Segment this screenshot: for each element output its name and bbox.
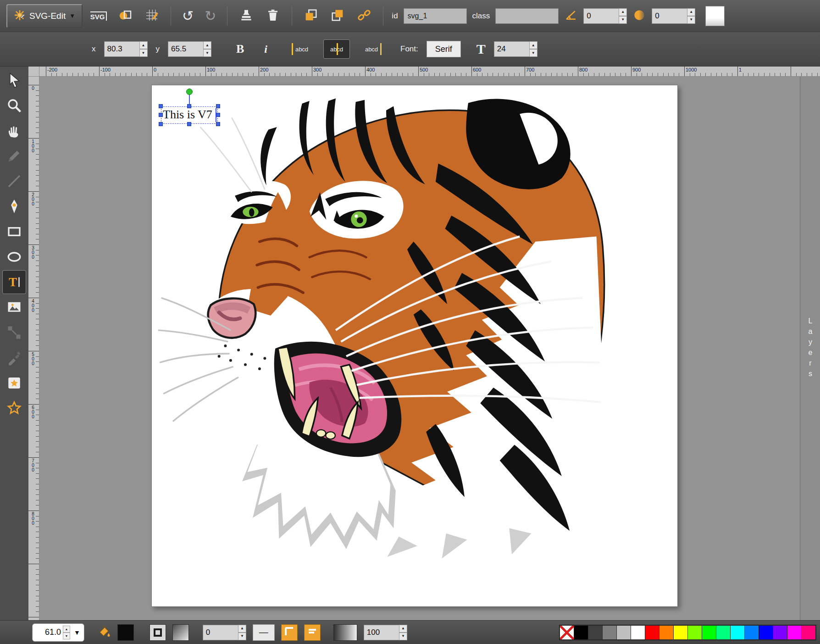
editor-preferences-button[interactable] <box>141 6 162 27</box>
palette-swatch-00ff00[interactable] <box>702 626 716 639</box>
italic-button[interactable]: i <box>261 43 270 56</box>
layers-panel-toggle[interactable]: Layers <box>800 77 820 620</box>
svg-canvas[interactable]: This is V7 <box>151 85 678 607</box>
palette-swatch-ffff00[interactable] <box>674 626 687 639</box>
selection-handle-se[interactable] <box>216 122 220 126</box>
palette-swatch-000000[interactable] <box>574 626 588 639</box>
angle-input[interactable] <box>583 8 619 24</box>
text-tool[interactable]: T <box>2 270 26 294</box>
x-decrease-button[interactable]: ▼ <box>139 49 148 57</box>
font-size-decrease-button[interactable]: ▼ <box>529 49 537 57</box>
line-tool <box>2 169 26 193</box>
palette-swatch-ff7f00[interactable] <box>659 626 673 639</box>
palette-swatch-ff0000[interactable] <box>645 626 659 639</box>
element-id-input[interactable] <box>404 8 467 24</box>
stroke-width-input[interactable] <box>203 625 238 640</box>
y-increase-button[interactable]: ▲ <box>203 41 211 49</box>
linejoin-button[interactable] <box>281 624 298 641</box>
text-anchor-end-button[interactable]: abcd <box>358 39 385 59</box>
angle-decrease-button[interactable]: ▼ <box>619 16 627 24</box>
palette-swatch-bfbfbf[interactable] <box>617 626 631 639</box>
zoom-increase-button[interactable]: ▲ <box>63 626 70 633</box>
text-anchor-middle-button[interactable]: abcd <box>323 39 350 59</box>
selection-handle-e[interactable] <box>216 113 220 117</box>
selection-handle-s[interactable] <box>187 122 191 126</box>
ellipse-tool[interactable] <box>2 245 26 269</box>
stroke-style-select[interactable]: — <box>253 624 275 641</box>
canvas-background-swatch[interactable] <box>705 6 725 26</box>
palette-swatch-3f3f3f[interactable] <box>588 626 602 639</box>
move-to-bottom-button[interactable] <box>300 6 321 27</box>
palette-swatch-00ff7f[interactable] <box>716 626 730 639</box>
font-size-input[interactable] <box>494 41 529 57</box>
zoom-decrease-button[interactable]: ▼ <box>63 633 70 639</box>
make-link-button[interactable] <box>354 6 375 27</box>
shape-library-tool[interactable] <box>2 371 26 395</box>
blur-input[interactable] <box>652 8 687 24</box>
h-ruler-label: -200 <box>47 67 57 72</box>
stroke-icon-chip[interactable] <box>150 624 166 641</box>
x-increase-button[interactable]: ▲ <box>139 41 148 49</box>
stroke-width-increase-button[interactable]: ▲ <box>238 625 246 633</box>
selection-handle-nw[interactable] <box>159 104 163 108</box>
angle-spinner: ▲ ▼ <box>583 8 627 24</box>
palette-swatch-ff00ff[interactable] <box>787 626 801 639</box>
palette-swatch-ff007f[interactable] <box>802 626 815 639</box>
undo-button[interactable]: ↺ <box>179 9 196 23</box>
palette-swatch-7f00ff[interactable] <box>773 626 787 639</box>
blur-decrease-button[interactable]: ▼ <box>687 16 695 24</box>
stroke-width-decrease-button[interactable]: ▼ <box>238 633 246 640</box>
element-class-input[interactable] <box>495 8 559 24</box>
eyedropper-tool <box>2 346 26 370</box>
palette-swatch-00ffff[interactable] <box>731 626 744 639</box>
y-decrease-button[interactable]: ▼ <box>203 49 211 57</box>
toolbar-separator <box>171 6 171 26</box>
zoom-control[interactable]: 61.0 ▲ ▼ ▼ <box>32 623 84 642</box>
fill-color-swatch[interactable] <box>117 624 134 641</box>
palette-swatch-none[interactable] <box>560 626 574 639</box>
bold-button[interactable]: B <box>233 42 247 56</box>
palette-swatch-0000ff[interactable] <box>759 626 773 639</box>
text-anchor-start-button[interactable]: abcd <box>288 39 315 59</box>
h-ruler-label: 700 <box>526 67 534 72</box>
star-tool[interactable] <box>2 396 26 420</box>
wireframe-icon <box>118 8 133 24</box>
selection-handle-sw[interactable] <box>159 122 163 126</box>
image-tool[interactable] <box>2 295 26 319</box>
palette-swatch-007fff[interactable] <box>745 626 759 639</box>
zoom-tool[interactable] <box>2 94 26 117</box>
linecap-button[interactable] <box>304 624 321 641</box>
y-coordinate-input[interactable] <box>168 41 203 57</box>
x-coordinate-input[interactable] <box>104 41 139 57</box>
palette-swatch-7f7f7f[interactable] <box>603 626 616 639</box>
main-menu-button[interactable]: SVG-Edit ▼ <box>6 4 83 28</box>
stroke-color-swatch[interactable] <box>172 624 189 641</box>
opacity-decrease-button[interactable]: ▼ <box>399 633 407 640</box>
path-tool[interactable] <box>2 194 26 218</box>
source-editor-button[interactable]: SVG <box>88 6 109 27</box>
rotate-handle[interactable] <box>186 89 193 95</box>
rect-tool[interactable] <box>2 220 26 244</box>
palette-swatch-7fff00[interactable] <box>688 626 702 639</box>
wireframe-button[interactable] <box>115 6 136 27</box>
palette-swatch-ffffff[interactable] <box>631 626 645 639</box>
angle-increase-button[interactable]: ▲ <box>619 8 627 16</box>
font-size-increase-button[interactable]: ▲ <box>529 41 537 49</box>
selected-text-element[interactable]: This is V7 <box>161 106 218 124</box>
select-tool[interactable] <box>2 68 26 92</box>
pan-tool[interactable] <box>2 119 26 143</box>
selection-handle-w[interactable] <box>159 113 163 117</box>
opacity-gradient-chip[interactable] <box>333 624 357 641</box>
zoom-dropdown-caret[interactable]: ▼ <box>72 629 82 636</box>
move-to-top-button[interactable] <box>327 6 348 27</box>
opacity-input[interactable] <box>364 625 399 640</box>
opacity-increase-button[interactable]: ▲ <box>399 625 407 633</box>
clone-button[interactable] <box>236 6 257 27</box>
font-family-button[interactable]: Serif <box>427 41 461 57</box>
blur-increase-button[interactable]: ▲ <box>687 8 695 16</box>
text-context-toolbar: x ▲ ▼ y ▲ ▼ B i abcd abcd ab <box>0 32 820 67</box>
selection-handle-ne[interactable] <box>216 104 220 108</box>
delete-button[interactable] <box>262 6 283 27</box>
stroke-width-spinner: ▲ ▼ <box>203 625 246 640</box>
selection-handle-n[interactable] <box>187 104 191 108</box>
